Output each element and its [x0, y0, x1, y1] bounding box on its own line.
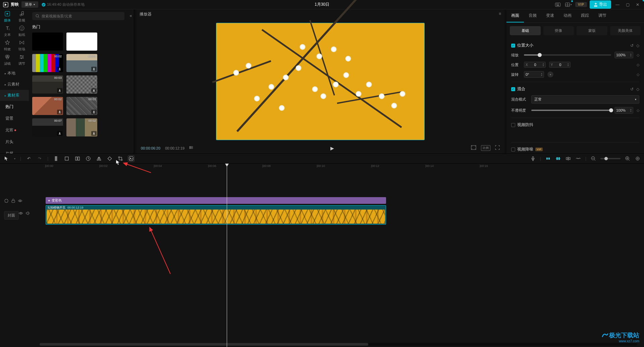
property-tab[interactable]: 画面: [506, 9, 524, 22]
eye-icon[interactable]: [18, 199, 22, 203]
menu-button[interactable]: 菜单▾: [21, 1, 38, 8]
maximize-button[interactable]: ▢: [624, 1, 631, 8]
scale-input[interactable]: 100%▴▾: [614, 52, 633, 58]
download-icon[interactable]: [57, 88, 62, 93]
keyframe-icon[interactable]: ◇: [637, 72, 639, 77]
zoom-in-icon[interactable]: [625, 156, 631, 162]
asset-thumbnail[interactable]: 00:07: [32, 118, 63, 136]
subcategory-item[interactable]: 热门: [0, 101, 29, 113]
play-button[interactable]: ▶: [330, 146, 334, 151]
panel-collapse-button[interactable]: «: [128, 9, 134, 154]
media-tab-text[interactable]: TI文本: [0, 24, 14, 38]
download-icon[interactable]: [91, 67, 97, 71]
download-icon[interactable]: [91, 131, 97, 136]
minimize-button[interactable]: —: [614, 1, 621, 8]
safe-area-icon[interactable]: [471, 145, 476, 151]
opacity-slider[interactable]: [531, 110, 611, 111]
property-subtab[interactable]: 美颜美体: [610, 26, 641, 35]
cover-button[interactable]: 封面: [4, 211, 19, 220]
section-position-size[interactable]: ✓位置大小 ↺◇: [511, 43, 639, 48]
pos-y-input[interactable]: Y0▴▾: [549, 62, 571, 68]
asset-thumbnail[interactable]: 00:02: [32, 54, 63, 72]
track-settings-icon[interactable]: [4, 198, 9, 204]
property-tab[interactable]: 音频: [524, 9, 541, 22]
undo-icon[interactable]: ↶: [26, 156, 32, 162]
reset-icon[interactable]: ↺: [630, 87, 634, 92]
delete-tool[interactable]: [64, 156, 70, 162]
asset-thumbnail[interactable]: 00:02: [66, 118, 97, 136]
download-icon[interactable]: [57, 110, 62, 114]
vip-button[interactable]: VIP: [575, 2, 587, 7]
category-item[interactable]: ▸云素材: [0, 79, 29, 90]
zoom-out-icon[interactable]: [590, 156, 596, 162]
property-tab[interactable]: 动画: [559, 9, 576, 22]
redo-icon[interactable]: ↷: [37, 156, 43, 162]
close-button[interactable]: ✕: [634, 1, 641, 8]
asset-thumbnail[interactable]: 00:03: [66, 97, 97, 115]
zoom-slider[interactable]: [600, 158, 621, 159]
property-tab[interactable]: 调节: [594, 9, 611, 22]
media-tab-adjust[interactable]: 调节: [14, 53, 29, 67]
keyframe-icon[interactable]: ◇: [637, 53, 639, 57]
media-tab-media[interactable]: 媒体: [0, 9, 14, 24]
columns-icon[interactable]: [189, 146, 193, 151]
preview-menu-icon[interactable]: ≡: [499, 11, 501, 17]
pos-x-input[interactable]: X0▴▾: [524, 62, 546, 68]
download-icon[interactable]: [91, 88, 97, 93]
fullscreen-icon[interactable]: [495, 145, 500, 151]
speed-tool[interactable]: [85, 156, 91, 162]
preview-line-icon[interactable]: [565, 156, 571, 162]
property-subtab[interactable]: 抠像: [543, 26, 574, 35]
property-tab[interactable]: 跟踪: [576, 9, 594, 22]
search-input[interactable]: [42, 14, 121, 18]
magnet-on-icon[interactable]: [545, 156, 551, 162]
subcategory-item[interactable]: 背景: [0, 113, 29, 124]
timeline-scrollbar[interactable]: [40, 343, 637, 346]
property-subtab[interactable]: 基础: [510, 26, 541, 35]
rotation-dial[interactable]: •: [547, 71, 553, 77]
playhead[interactable]: [227, 164, 227, 347]
asset-thumbnail[interactable]: [66, 33, 97, 51]
category-item[interactable]: ▸本地: [0, 68, 29, 79]
shortcut-icon[interactable]: [554, 1, 562, 9]
media-tab-filter[interactable]: 滤镜: [0, 53, 14, 67]
subcategory-item[interactable]: 片头: [0, 136, 29, 148]
keyframe-icon[interactable]: ◇: [637, 63, 639, 67]
link-icon[interactable]: [575, 156, 581, 162]
media-tab-effect[interactable]: 特效: [0, 38, 14, 53]
preview-viewport[interactable]: [136, 19, 504, 142]
split-tool[interactable]: [53, 156, 59, 162]
media-tab-audio[interactable]: 音频: [14, 9, 29, 24]
rotation-input[interactable]: 0°▴▾: [524, 71, 544, 78]
property-subtab[interactable]: 蒙版: [577, 26, 607, 35]
ripple-delete-tool[interactable]: [74, 156, 80, 162]
section-stabilize[interactable]: ✓视频防抖: [511, 122, 639, 128]
blend-mode-select[interactable]: 正常▾: [531, 95, 639, 104]
video-clip[interactable]: 实拍植物开花 00:00:12:19: [46, 205, 386, 225]
asset-thumbnail[interactable]: [66, 75, 97, 94]
select-tool[interactable]: [3, 156, 9, 162]
asset-thumbnail[interactable]: 00:03: [66, 54, 97, 72]
property-tab[interactable]: 变速: [541, 9, 559, 22]
category-item[interactable]: ▸素材库: [0, 90, 29, 101]
keyframe-icon[interactable]: ◇: [636, 43, 639, 48]
scale-slider[interactable]: [524, 54, 611, 56]
zoom-fit-icon[interactable]: [635, 156, 641, 162]
rotate-tool[interactable]: [107, 156, 113, 162]
section-blend[interactable]: ✓混合 ↺◇: [511, 86, 639, 92]
export-button[interactable]: 导出: [590, 0, 611, 9]
ratio-icon[interactable]: 比例: [481, 145, 490, 151]
search-box[interactable]: [32, 12, 124, 20]
asset-thumbnail[interactable]: 00:03: [32, 75, 63, 94]
section-denoise[interactable]: ✓视频降噪 VIP: [511, 147, 639, 152]
download-icon[interactable]: [57, 67, 62, 71]
mirror-tool[interactable]: [96, 156, 102, 162]
asset-thumbnail[interactable]: 00:02: [32, 97, 63, 115]
keyframe-icon[interactable]: ◇: [636, 87, 639, 92]
asset-thumbnail[interactable]: [32, 33, 63, 51]
mic-icon[interactable]: [530, 156, 536, 162]
opacity-input[interactable]: 100%▴▾: [614, 107, 633, 114]
eye-icon[interactable]: [18, 212, 23, 216]
lock-icon[interactable]: [11, 199, 15, 204]
download-icon[interactable]: [91, 110, 97, 114]
